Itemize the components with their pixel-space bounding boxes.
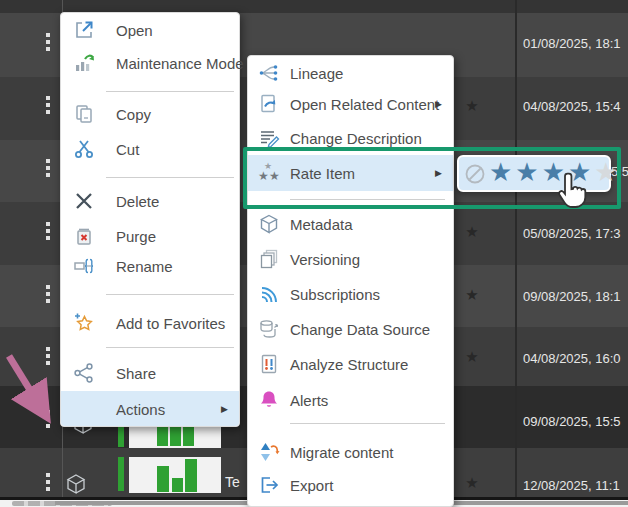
open-related-content-icon [258, 93, 280, 115]
annotation-arrow [0, 350, 62, 434]
metadata-icon [258, 213, 280, 235]
truncated-row-text: Te [225, 474, 240, 490]
delete-icon [73, 190, 95, 212]
add-to-favorites-icon [73, 312, 95, 334]
column-divider [515, 0, 517, 497]
menu-item-lineage[interactable]: Lineage [248, 57, 453, 89]
row-menu-button[interactable] [46, 33, 50, 51]
menu-item-analyze-structure[interactable]: Analyze Structure [248, 348, 453, 380]
cut-icon [73, 138, 95, 160]
migrate-content-icon [258, 441, 280, 463]
subscriptions-icon [258, 283, 280, 305]
lineage-icon [258, 62, 280, 84]
menu-item-share[interactable]: Share [61, 356, 239, 390]
menu-item-alerts[interactable]: Alerts [248, 384, 453, 416]
menu-item-maintenance-mode[interactable]: Maintenance Mode [61, 46, 239, 80]
submenu-arrow-icon: ▶ [221, 404, 228, 414]
menu-separator [290, 423, 445, 424]
change-description-icon [258, 127, 280, 149]
menu-item-add-to-favorites[interactable]: Add to Favorites [61, 306, 239, 340]
menu-item-cut[interactable]: Cut [61, 132, 239, 166]
row-timestamp: 01/08/2025, 18:1 [523, 36, 626, 54]
context-menu: Open Maintenance Mode Copy Cut Delete Pu… [60, 12, 240, 427]
menu-item-copy[interactable]: Copy [61, 97, 239, 131]
menu-separator [106, 347, 234, 348]
mouse-cursor-icon [556, 171, 592, 219]
menu-separator [106, 91, 234, 92]
actions-submenu: Lineage Open Related Content ▶ Change De… [247, 55, 454, 507]
menu-item-export[interactable]: Export [248, 469, 453, 501]
row-timestamp: 12/08/2025, 11:1 [523, 478, 626, 496]
change-data-source-icon [258, 318, 280, 340]
row-menu-button[interactable] [46, 159, 50, 177]
menu-item-open-related-content[interactable]: Open Related Content ▶ [248, 88, 453, 120]
menu-item-versioning[interactable]: Versioning [248, 243, 453, 275]
menu-separator [106, 177, 234, 178]
cube-icon [64, 472, 88, 500]
row-menu-button[interactable] [46, 222, 50, 240]
share-icon [73, 362, 95, 384]
menu-item-actions[interactable]: Actions ▶ [61, 391, 239, 426]
submenu-arrow-icon: ▶ [435, 99, 442, 109]
copy-icon [73, 103, 95, 125]
menu-item-purge[interactable]: Purge [61, 219, 239, 253]
row-menu-button[interactable] [46, 473, 50, 491]
open-icon [73, 19, 95, 41]
analyze-structure-icon [258, 353, 280, 375]
rename-icon [73, 255, 95, 277]
purge-icon [73, 225, 95, 247]
menu-separator [106, 294, 234, 295]
menu-item-migrate-content[interactable]: Migrate content [248, 436, 453, 468]
export-icon [258, 474, 280, 496]
status-bar-green [118, 457, 124, 491]
content-table-screen: ★ ★ ★ ★ ★ ★ ★ ★ ★ ★ 01/08/2025, 18:1 04/… [0, 0, 628, 507]
row-timestamp: 09/08/2025, 15:5 [523, 414, 626, 432]
alerts-icon [258, 389, 280, 411]
maintenance-mode-icon [73, 52, 95, 74]
row-timestamp: 05/08/2025, 17:3 [523, 226, 626, 244]
row-timestamp: 04/08/2025, 15:4 [523, 99, 626, 117]
menu-item-delete[interactable]: Delete [61, 184, 239, 218]
menu-item-open[interactable]: Open [61, 13, 239, 47]
menu-item-metadata[interactable]: Metadata [248, 208, 453, 240]
menu-item-rename[interactable]: Rename [61, 249, 239, 283]
row-menu-button[interactable] [46, 285, 50, 303]
row-timestamp: 09/08/2025, 18:1 [523, 289, 626, 307]
report-thumbnail [129, 457, 221, 493]
versioning-icon [258, 248, 280, 270]
menu-item-subscriptions[interactable]: Subscriptions [248, 278, 453, 310]
menu-item-change-data-source[interactable]: Change Data Source [248, 313, 453, 345]
row-menu-button[interactable] [46, 96, 50, 114]
row-timestamp: 04/08/2025, 16:0 [523, 351, 626, 369]
